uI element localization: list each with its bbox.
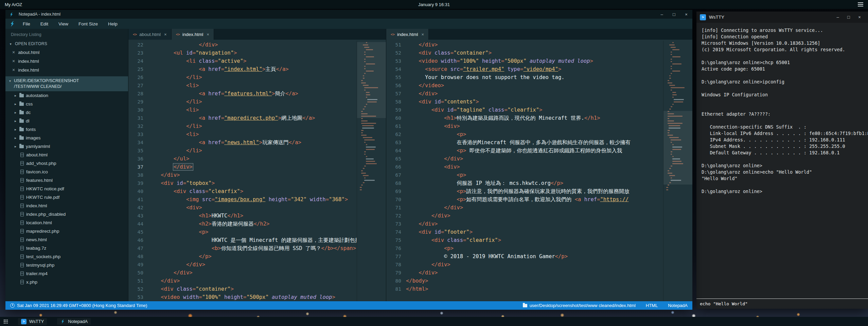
wstty-titlebar[interactable]: > WsTTY – □ × <box>696 12 868 23</box>
hamburger-menu-icon[interactable] <box>858 4 863 5</box>
code-line-47[interactable]: <b>你知道我們全線伺服器已轉用 SSD 了嗎？</b></span> <box>148 244 357 252</box>
file-item[interactable]: add_vhost.php <box>5 159 128 168</box>
file-item[interactable]: news.html <box>5 235 128 244</box>
code-line-43[interactable]: <h1>HKWTC</h1> <box>148 212 357 220</box>
code-line-65[interactable]: </div> <box>406 155 663 163</box>
code-line-63[interactable]: 在香港的Minecraft 伺服器中，多為小遊戲和純生存的伺服器，較少擁有 <box>406 138 663 147</box>
open-editors-header[interactable]: ▾ OPEN EDITORS <box>5 40 128 48</box>
close-button[interactable]: × <box>680 10 692 19</box>
terminal-output[interactable]: [info] Connecting to arozos WsTTY servic… <box>696 23 868 299</box>
file-item[interactable]: test_sockets.php <box>5 252 128 261</box>
code-line-57[interactable]: </div> <box>406 90 663 98</box>
file-item[interactable]: teabag.7z <box>5 244 128 252</box>
menu-font-size[interactable]: Font Size <box>73 19 103 29</box>
code-line-69[interactable]: <p>請注意，我們的伺服器為確保玩家及遊玩時的質素，我們對的服務開放 <box>406 187 663 195</box>
code-line-35[interactable]: </li> <box>148 147 357 155</box>
file-item[interactable]: trailer.mp4 <box>5 269 128 278</box>
file-item[interactable]: favicon.ico <box>5 168 128 176</box>
code-line-51[interactable]: </div> <box>148 277 357 285</box>
status-file-path-item[interactable]: user/Desktop/screenshot/test/www cleaned… <box>523 303 636 308</box>
file-item[interactable]: index.html <box>5 202 128 210</box>
open-editor-item[interactable]: ×about.html <box>5 48 128 57</box>
file-item[interactable]: testmysql.php <box>5 261 128 269</box>
tab-about.html[interactable]: <>about.html× <box>128 29 172 40</box>
tab-close-icon[interactable]: × <box>422 32 424 37</box>
terminal-input[interactable]: echo "Hello World" <box>696 299 868 309</box>
folder-item[interactable]: ▸css <box>5 100 128 108</box>
code-line-74[interactable]: <div id="footer"> <box>406 228 663 236</box>
code-line-76[interactable]: <p> <box>406 244 663 252</box>
minimap-right[interactable] <box>663 41 692 301</box>
code-line-51[interactable]: </div> <box>406 41 663 49</box>
code-line-50[interactable]: </div> <box>148 269 357 277</box>
maximize-button[interactable]: □ <box>668 10 680 19</box>
menu-view[interactable]: View <box>53 19 73 29</box>
code-line-44[interactable]: <h2>香港的建築伺服器</h2> <box>148 220 357 228</box>
file-item[interactable]: HKWTC notice.pdf <box>5 185 128 193</box>
open-editor-item[interactable]: ×index.html <box>5 65 128 74</box>
menu-edit[interactable]: Edit <box>35 19 53 29</box>
code-line-75[interactable]: <div class="clearfix"> <box>406 236 663 244</box>
tab-close-icon[interactable]: × <box>207 32 209 37</box>
code-line-53[interactable]: <video width="100%" height="500px" autop… <box>148 293 357 301</box>
code-line-49[interactable]: </div> <box>148 261 357 269</box>
code-line-64[interactable]: <p> 即使你不是建築師，你也能透過紅石師或鐵路工程師的身份加入我 <box>406 147 663 155</box>
code-line-48[interactable]: </p> <box>148 252 357 261</box>
code-line-27[interactable]: <li> <box>148 81 357 90</box>
file-item[interactable]: HKWTC rule.pdf <box>5 193 128 202</box>
file-item[interactable]: x.php <box>5 278 128 286</box>
code-line-66[interactable]: <div> <box>406 163 663 171</box>
code-editor-right[interactable]: </div> <div class="container"> <video wi… <box>406 41 663 301</box>
code-line-80[interactable]: </body> <box>406 277 663 285</box>
code-line-40[interactable]: <div class="clearfix"> <box>148 187 357 195</box>
close-button[interactable]: × <box>854 12 865 23</box>
notepada-titlebar[interactable]: NotepadA - index.html – □ × <box>5 10 692 19</box>
folder-item[interactable]: ▸fonts <box>5 125 128 134</box>
code-line-38[interactable]: </div> <box>148 171 357 179</box>
code-line-58[interactable]: <div id="contents"> <box>406 98 663 106</box>
code-editor-left[interactable]: </div> <ul id="navigation"> <li class="a… <box>148 41 357 301</box>
close-icon[interactable]: × <box>12 59 15 63</box>
code-line-41[interactable]: <img src="images/box.png" height="342" w… <box>148 195 357 204</box>
tab-index.html[interactable]: <>index.html× <box>172 29 214 40</box>
code-line-53[interactable]: <video width="100%" height="500px" autop… <box>406 57 663 65</box>
code-line-23[interactable]: <ul id="navigation"> <box>148 49 357 57</box>
menu-file[interactable]: File <box>18 19 35 29</box>
code-line-56[interactable]: </video> <box>406 81 663 90</box>
code-line-24[interactable]: <li class="active"> <box>148 57 357 65</box>
menu-help[interactable]: Help <box>103 19 123 29</box>
code-line-45[interactable]: <p> <box>148 228 357 236</box>
code-line-32[interactable]: </li> <box>148 122 357 130</box>
close-icon[interactable]: × <box>12 68 15 72</box>
code-line-67[interactable]: <p> <box>406 171 663 179</box>
code-line-79[interactable]: </div> <box>406 269 663 277</box>
folder-item[interactable]: ▸images <box>5 134 128 142</box>
minimize-button[interactable]: – <box>833 12 843 23</box>
taskbar-item-notepada[interactable]: NotepadA <box>57 318 91 325</box>
code-line-68[interactable]: 伺服器 IP 地址為： mcs.hkwtc.org</p> <box>406 179 663 187</box>
folder-item[interactable]: ▸autostation <box>5 91 128 100</box>
code-line-30[interactable]: <li> <box>148 106 357 114</box>
minimap-viewport[interactable] <box>663 111 692 185</box>
code-line-62[interactable]: <p> <box>406 130 663 138</box>
app-launcher-grid-icon[interactable] <box>3 319 8 324</box>
code-line-71[interactable]: </div> <box>406 204 663 212</box>
minimap-viewport[interactable] <box>357 42 386 118</box>
code-line-61[interactable]: <div> <box>406 122 663 130</box>
file-item[interactable]: index.php_disabled <box>5 210 128 218</box>
code-line-28[interactable]: <a href="features.html">簡介</a> <box>148 90 357 98</box>
code-line-33[interactable]: <li> <box>148 130 357 138</box>
minimap-left[interactable] <box>357 41 386 301</box>
code-line-72[interactable]: </div> <box>406 212 663 220</box>
code-line-77[interactable]: © 2018 - 2019 HKWTC Animation Gamer</p> <box>406 252 663 261</box>
minimize-button[interactable]: – <box>656 10 668 19</box>
tab-index.html[interactable]: <>index.html× <box>386 29 429 40</box>
code-line-37[interactable]: </div> <box>148 163 357 171</box>
code-line-26[interactable]: </li> <box>148 73 357 81</box>
maximize-button[interactable]: □ <box>844 12 854 23</box>
code-line-31[interactable]: <a href="mapredirect.php">網上地圖</a> <box>148 114 357 122</box>
file-item[interactable]: mapredirect.php <box>5 227 128 235</box>
code-line-52[interactable]: <div class="container"> <box>148 285 357 293</box>
tab-close-icon[interactable]: × <box>164 32 167 37</box>
folder-item[interactable]: ▸dc <box>5 108 128 117</box>
